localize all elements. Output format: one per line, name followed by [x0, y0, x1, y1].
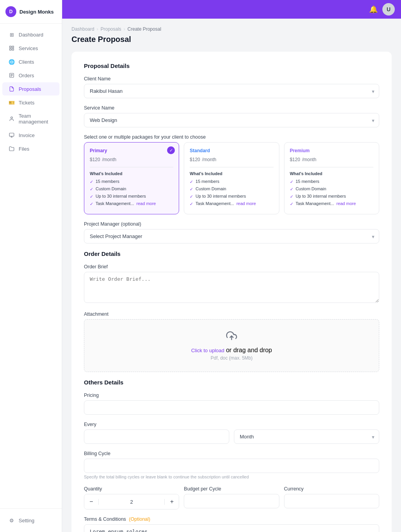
upload-link[interactable]: Click to upload	[191, 348, 224, 353]
package-primary[interactable]: ✓ Primary $120 /month What's Included ✓ …	[84, 142, 179, 214]
sidebar-item-invoice[interactable]: Invoice	[2, 129, 59, 142]
pricing-input[interactable]: Subscription	[84, 400, 379, 415]
client-name-select[interactable]: Rakibul Hasan	[84, 84, 379, 98]
package-standard-price: $120 /month	[190, 155, 273, 163]
order-brief-textarea[interactable]	[84, 272, 379, 303]
package-standard[interactable]: Standard $120 /month What's Included ✓ 1…	[184, 142, 279, 214]
period-select[interactable]: Month Week Year	[234, 429, 379, 444]
package-standard-name: Standard	[190, 148, 273, 153]
sidebar-item-orders[interactable]: Orders	[2, 69, 59, 82]
feature-check-icon: ✓	[290, 179, 293, 184]
billing-hint: Specify the total billing cycles or leav…	[84, 475, 379, 479]
sidebar-label-clients: Clients	[19, 59, 34, 65]
project-manager-select[interactable]: Select Project Manager	[84, 229, 379, 243]
dashboard-icon: ⊞	[9, 31, 15, 38]
upload-area[interactable]: Click to upload or drag and drop Pdf, do…	[84, 319, 379, 372]
feature-check-icon: ✓	[90, 187, 93, 192]
feature-primary-1: ✓ 15 members	[90, 179, 173, 184]
package-premium-name: Premium	[290, 148, 373, 153]
sidebar-item-files[interactable]: Files	[2, 142, 59, 155]
sidebar-label-files: Files	[19, 146, 29, 152]
feature-premium-4: ✓ Task Management... read more	[290, 201, 373, 207]
budget-input[interactable]: 500	[184, 494, 279, 508]
feature-check-icon: ✓	[90, 194, 93, 199]
currency-label: Currency	[284, 486, 379, 492]
proposal-details-title: Proposal Details	[84, 63, 379, 69]
package-standard-features-title: What's Included	[190, 171, 273, 176]
feature-premium-2: ✓ Custom Domain	[290, 186, 373, 192]
service-name-select[interactable]: Web Design	[84, 113, 379, 127]
breadcrumb: Dashboard › Proposals › Create Proposal	[71, 26, 392, 32]
notification-icon[interactable]: 🔔	[369, 5, 378, 14]
feature-check-icon: ✓	[190, 179, 193, 184]
package-primary-features-title: What's Included	[90, 171, 173, 176]
app-name: Design Monks	[19, 9, 54, 15]
sidebar-item-team[interactable]: Team management	[2, 110, 59, 128]
topbar: 🔔 U	[62, 0, 401, 19]
quantity-label: Quantity	[84, 486, 179, 492]
sidebar-item-clients[interactable]: 🌐 Clients	[2, 55, 59, 68]
currency-group: Currency UDS	[284, 486, 379, 509]
packages-grid: ✓ Primary $120 /month What's Included ✓ …	[84, 142, 379, 214]
feature-standard-1: ✓ 15 members	[190, 179, 273, 184]
feature-primary-4: ✓ Task Management... read more	[90, 201, 173, 207]
files-icon	[9, 146, 15, 152]
services-icon	[9, 45, 15, 51]
feature-check-icon: ✓	[90, 202, 93, 207]
sidebar: D Design Monks ⊞ Dashboard Services 🌐 Cl…	[0, 0, 62, 532]
project-manager-group: Project Manager (optional) Select Projec…	[84, 221, 379, 243]
package-premium-divider	[290, 167, 373, 167]
billing-cycle-group: Billing Cycle 3 Specify the total billin…	[84, 451, 379, 479]
breadcrumb-current: Create Proposal	[127, 26, 161, 32]
project-manager-label: Project Manager (optional)	[84, 221, 379, 227]
pricing-label: Pricing	[84, 393, 379, 398]
terms-group: Terms & Conditions (Optional) Lorem epsu…	[84, 516, 379, 532]
quantity-increment[interactable]: +	[165, 494, 179, 509]
premium-read-more[interactable]: read more	[336, 201, 356, 206]
billing-cycle-label: Billing Cycle	[84, 451, 379, 456]
svg-rect-3	[12, 49, 14, 50]
svg-point-8	[11, 117, 13, 119]
breadcrumb-proposals[interactable]: Proposals	[101, 26, 121, 32]
budget-group: Budget per Cycle 500	[184, 486, 279, 509]
sidebar-item-services[interactable]: Services	[2, 42, 59, 55]
app-logo: D Design Monks	[0, 0, 62, 24]
currency-input[interactable]: UDS	[284, 494, 379, 508]
attachment-group: Attachment Click to upload or drag and d…	[84, 311, 379, 372]
sidebar-label-orders: Orders	[19, 73, 34, 78]
terms-textarea[interactable]: Lorem epsum solores	[84, 524, 379, 532]
team-icon	[9, 116, 15, 122]
standard-read-more[interactable]: read more	[236, 201, 256, 206]
primary-read-more[interactable]: read more	[136, 201, 156, 206]
client-name-group: Client Name Rakibul Hasan	[84, 76, 379, 98]
breadcrumb-dashboard[interactable]: Dashboard	[71, 26, 94, 32]
budget-label: Budget per Cycle	[184, 486, 279, 492]
every-label: Every	[84, 422, 379, 427]
avatar[interactable]: U	[382, 3, 395, 16]
quantity-decrement[interactable]: −	[84, 494, 98, 509]
sidebar-label-tickets: Tickets	[19, 100, 35, 106]
feature-primary-2: ✓ Custom Domain	[90, 186, 173, 192]
billing-cycle-input[interactable]: 3	[84, 459, 379, 473]
sidebar-item-dashboard[interactable]: ⊞ Dashboard	[2, 28, 59, 41]
logo-icon: D	[5, 6, 16, 17]
sidebar-label-team: Team management	[19, 113, 53, 125]
package-primary-check: ✓	[167, 146, 175, 154]
sidebar-item-proposals[interactable]: Proposals	[2, 82, 59, 96]
qbc-row: Quantity − 2 + Budget per Cycle 500 Curr…	[84, 486, 379, 509]
feature-standard-2: ✓ Custom Domain	[190, 186, 273, 192]
feature-standard-3: ✓ Up to 30 internal members	[190, 194, 273, 199]
breadcrumb-sep-2: ›	[124, 26, 125, 32]
orders-icon	[9, 72, 15, 78]
attachment-label: Attachment	[84, 311, 379, 317]
feature-check-icon: ✓	[290, 202, 293, 207]
sidebar-item-setting[interactable]: ⚙ Setting	[2, 514, 59, 527]
invoice-icon	[9, 132, 15, 138]
sidebar-label-setting: Setting	[19, 518, 34, 523]
upload-hint: Pdf, doc (max. 5Mb)	[95, 355, 368, 361]
tickets-icon: 🎫	[9, 99, 15, 106]
sidebar-item-tickets[interactable]: 🎫 Tickets	[2, 96, 59, 109]
every-input[interactable]: 1	[84, 429, 229, 444]
svg-rect-1	[12, 46, 14, 48]
package-premium[interactable]: Premium $120 /month What's Included ✓ 15…	[284, 142, 379, 214]
